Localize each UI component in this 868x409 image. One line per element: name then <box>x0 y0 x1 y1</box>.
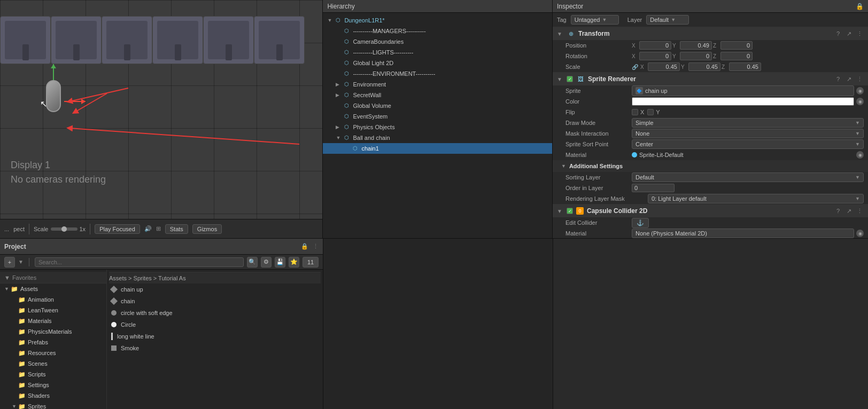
sprite-renderer-enable-cb[interactable]: ✓ <box>567 76 573 82</box>
hier-item[interactable]: ⬡Global Volume <box>323 100 552 111</box>
file-item[interactable]: chain up <box>109 284 321 295</box>
sr-menu-btn[interactable]: ⋮ <box>855 75 864 83</box>
tree-item[interactable]: ▼📁Sprites <box>0 401 106 409</box>
hier-item[interactable]: ⬡chain1 <box>323 143 552 154</box>
project-search-input[interactable] <box>35 257 244 267</box>
tree-item[interactable]: 📁Resources <box>0 348 106 358</box>
search-icon-btn[interactable]: 🔍 <box>247 257 258 268</box>
right-handle[interactable] <box>64 101 86 102</box>
transform-help-btn[interactable]: ? <box>834 29 842 38</box>
hier-item[interactable]: ▼⬡Ball and chain <box>323 132 552 143</box>
file-item-label: Smoke <box>121 345 139 351</box>
flip-x-checkbox[interactable] <box>632 109 638 115</box>
draw-mode-value: Simple <box>636 120 654 126</box>
tree-item[interactable]: 📁Scripts <box>0 369 106 380</box>
draw-mode-dropdown[interactable]: Simple ▼ <box>632 118 864 128</box>
cc-material-picker-btn[interactable]: ◉ <box>856 230 864 237</box>
sr-expand-btn[interactable]: ↗ <box>844 75 853 83</box>
hier-item[interactable]: ▶⬡SecretWall <box>323 90 552 100</box>
cc-material-field[interactable]: None (Physics Material 2D) <box>632 229 854 238</box>
project-lock-icon[interactable]: 🔒 <box>301 243 308 250</box>
tree-item[interactable]: 📁Scenes <box>0 358 106 369</box>
flip-y-checkbox[interactable] <box>647 109 654 115</box>
sprite-sort-point-dropdown[interactable]: Center ▼ <box>632 139 864 149</box>
color-field[interactable] <box>632 97 854 106</box>
tree-item[interactable]: 📁Materials <box>0 316 106 326</box>
file-item[interactable]: long white line <box>109 331 321 342</box>
cc-help-btn[interactable]: ? <box>834 207 842 215</box>
tree-item[interactable]: 📁Animation <box>0 294 106 305</box>
save-icon-btn[interactable]: 💾 <box>275 257 285 268</box>
tree-item[interactable]: 📁PhysicsMaterials <box>0 326 106 337</box>
tree-item[interactable]: 📁Prefabs <box>0 337 106 348</box>
rot-z-input[interactable] <box>720 52 753 60</box>
hier-item[interactable]: ⬡EventSystem <box>323 111 552 122</box>
pos-z-input[interactable] <box>720 41 753 50</box>
scale-z-input[interactable] <box>729 62 761 71</box>
transform-header[interactable]: ▼ ⊕ Transform ? ↗ ⋮ <box>553 27 868 40</box>
file-item[interactable]: circle with soft edge <box>109 307 321 319</box>
tile-5 <box>203 16 254 64</box>
rot-y-input[interactable] <box>680 52 712 60</box>
sprite-renderer-header[interactable]: ▼ ✓ 🖼 Sprite Renderer ? ↗ ⋮ <box>553 73 868 85</box>
capsule-collider-header[interactable]: ▼ ✓ 0 Capsule Collider 2D ? ↗ ⋮ <box>553 204 868 217</box>
add-btn[interactable]: + <box>4 257 15 268</box>
star-icon-btn[interactable]: ⭐ <box>289 257 299 268</box>
color-picker-btn[interactable]: ◉ <box>856 98 864 105</box>
hier-item[interactable]: ▶⬡Environment <box>323 79 552 90</box>
transform-toggle: ▼ <box>557 31 563 37</box>
hier-item[interactable]: ⬡----------LIGHTS---------- <box>323 47 552 58</box>
cc-material-value: None (Physics Material 2D) <box>636 230 707 237</box>
scale-y-input[interactable] <box>688 62 720 71</box>
pos-y-input[interactable] <box>680 41 712 50</box>
project-menu-icon[interactable]: ⋮ <box>313 243 319 250</box>
sr-help-btn[interactable]: ? <box>834 75 842 83</box>
order-in-layer-input[interactable] <box>632 184 675 192</box>
tree-item[interactable]: ▼📁Assets <box>0 284 106 294</box>
hier-item[interactable]: ⬡Global Light 2D <box>323 58 552 68</box>
scale-slider[interactable] <box>51 227 78 231</box>
hier-item[interactable]: ⬡----------MANAGERS---------- <box>323 26 552 36</box>
rendering-layer-mask-dropdown[interactable]: 0: Light Layer default ▼ <box>648 194 864 203</box>
pos-x-input[interactable] <box>639 41 671 50</box>
filter-icon-btn[interactable]: ⚙ <box>261 257 272 268</box>
file-item[interactable]: Smoke <box>109 342 321 354</box>
tag-dropdown[interactable]: Untagged ▼ <box>571 15 619 25</box>
up-handle[interactable] <box>53 64 54 80</box>
stats-btn[interactable]: Stats <box>165 224 188 234</box>
sorting-layer-dropdown[interactable]: Default ▼ <box>632 172 864 182</box>
transform-title: Transform <box>578 30 831 37</box>
tree-item[interactable]: 📁Shaders <box>0 390 106 401</box>
gizmos-btn[interactable]: Gizmos <box>192 224 222 234</box>
cc-menu-btn[interactable]: ⋮ <box>855 207 864 215</box>
file-item[interactable]: Circle <box>109 319 321 331</box>
cc-expand-btn[interactable]: ↗ <box>844 207 853 215</box>
sprite-field[interactable]: 🔷 chain up <box>632 85 854 96</box>
layer-dropdown[interactable]: Default ▼ <box>646 15 689 25</box>
inspector-lock-icon[interactable]: 🔒 <box>856 3 864 10</box>
transform-menu-btn[interactable]: ⋮ <box>855 29 864 38</box>
transform-btns: ? ↗ ⋮ <box>834 29 864 38</box>
material-field[interactable]: Sprite-Lit-Default <box>632 152 854 158</box>
tree-item[interactable]: 📁Settings <box>0 380 106 390</box>
grid-icon[interactable]: ⊞ <box>156 225 161 232</box>
file-item[interactable]: chain <box>109 295 321 307</box>
material-picker-btn[interactable]: ◉ <box>856 151 864 159</box>
transform-expand-btn[interactable]: ↗ <box>844 29 853 38</box>
rot-x-input[interactable] <box>639 52 671 60</box>
scale-link-icon[interactable]: 🔗 <box>632 64 638 70</box>
scene-view[interactable]: ↖ Display 1 No cameras rendering ... pec… <box>0 0 323 238</box>
edit-collider-btn[interactable]: ⚓ <box>632 218 649 228</box>
tree-item[interactable]: 📁LeanTween <box>0 305 106 316</box>
hier-item[interactable]: ⬡----------ENVIRONMENT---------- <box>323 68 552 79</box>
additional-settings-header[interactable]: ▼ Additional Settings <box>553 160 868 172</box>
hier-item[interactable]: ▶⬡Physics Objects <box>323 122 552 132</box>
sprite-picker-btn[interactable]: ◉ <box>856 87 864 95</box>
mask-interaction-dropdown[interactable]: None ▼ <box>632 129 864 138</box>
scale-x-input[interactable] <box>648 62 680 71</box>
capsule-collider-enable-cb[interactable]: ✓ <box>567 208 573 214</box>
play-focused-btn[interactable]: Play Focused <box>95 224 140 234</box>
hier-item[interactable]: ⬡CameraBoundaries <box>323 36 552 47</box>
hier-item[interactable]: ▼⬡DungeonL1R1* <box>323 15 552 26</box>
favorites-arrow: ▼ <box>4 274 10 281</box>
